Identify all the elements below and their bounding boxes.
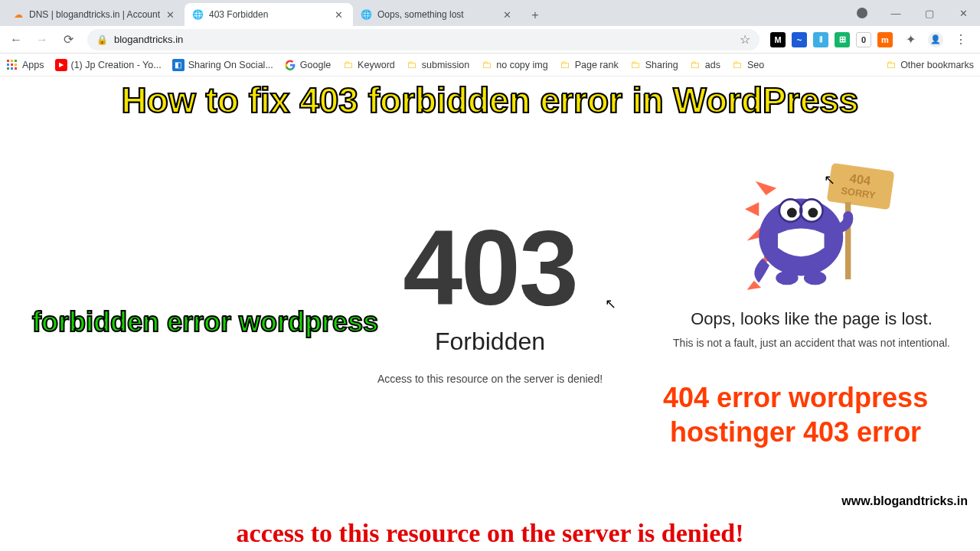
tab-title: DNS | blogandtricks.in | Account: [29, 9, 160, 20]
menu-icon[interactable]: ⋮: [949, 28, 972, 51]
close-icon[interactable]: ✕: [333, 8, 345, 21]
bookmark-item[interactable]: ◧Sharing On Social...: [172, 59, 273, 71]
close-icon[interactable]: ✕: [165, 8, 177, 21]
caption-url: www.blogandtricks.in: [841, 494, 968, 508]
caption-left: forbidden error wordpress: [32, 306, 378, 338]
extension-icon[interactable]: ~: [792, 32, 807, 47]
bookmark-label: Keyword: [358, 60, 395, 70]
bookmark-label: Apps: [22, 60, 44, 70]
svg-point-26: [808, 207, 818, 217]
folder-icon: 🗀: [341, 59, 354, 71]
bookmark-label: Page rank: [575, 60, 619, 70]
extension-icon[interactable]: ⊞: [835, 32, 850, 47]
google-icon: [284, 59, 296, 71]
bookmark-folder[interactable]: 🗀no copy img: [480, 59, 547, 71]
bookmarks-bar: Apps ▶(1) Jp Creation - Yo... ◧Sharing O…: [0, 54, 980, 77]
caption-right: 404 error wordpress hostinger 403 error: [663, 380, 928, 449]
folder-icon: 🗀: [689, 59, 701, 71]
tab-oops[interactable]: 🌐 Oops, something lost ✕: [353, 3, 521, 26]
svg-rect-4: [11, 64, 13, 66]
cursor-icon: ↖: [605, 295, 616, 312]
globe-icon: 🌐: [361, 8, 373, 21]
globe-icon: 🌐: [192, 8, 204, 21]
trello-icon: ◧: [172, 59, 185, 71]
url-text: blogandtricks.in: [114, 34, 183, 45]
bookmark-label: (1) Jp Creation - Yo...: [71, 60, 162, 70]
bookmark-label: Sharing: [645, 60, 678, 70]
tab-strip: ☁ DNS | blogandtricks.in | Account ✕ 🌐 4…: [0, 0, 980, 26]
bookmark-item[interactable]: ▶(1) Jp Creation - Yo...: [55, 59, 162, 71]
svg-point-28: [804, 271, 826, 285]
svg-rect-8: [15, 67, 17, 70]
svg-marker-13: [756, 181, 776, 195]
bookmark-label: Other bookmarks: [900, 60, 974, 70]
maximize-icon[interactable]: ▢: [913, 0, 946, 26]
folder-icon: 🗀: [884, 59, 897, 71]
svg-rect-2: [15, 60, 17, 62]
svg-point-27: [776, 271, 798, 285]
youtube-icon: ▶: [55, 59, 67, 71]
bookmark-folder[interactable]: 🗀Keyword: [341, 59, 395, 71]
svg-rect-1: [11, 60, 13, 62]
extension-icon[interactable]: 0: [856, 32, 871, 47]
extension-icon[interactable]: M: [770, 32, 786, 47]
monster-illustration: 404 SORRY: [727, 153, 896, 298]
lock-icon: 🔒: [96, 34, 108, 45]
tab-403[interactable]: 🌐 403 Forbidden ✕: [185, 3, 353, 26]
forward-button[interactable]: →: [31, 28, 54, 51]
bookmark-label: Sharing On Social...: [188, 60, 273, 70]
bookmark-folder[interactable]: 🗀submission: [406, 59, 470, 71]
caption-title: How to fix 403 forbidden error in WordPr…: [0, 80, 980, 121]
bookmark-folder[interactable]: 🗀ads: [689, 59, 720, 71]
cursor-icon: ↖: [824, 171, 835, 188]
folder-icon: 🗀: [559, 59, 571, 71]
close-icon[interactable]: ✕: [501, 8, 514, 21]
address-bar[interactable]: 🔒 blogandtricks.in ☆: [87, 29, 760, 51]
tab-dns[interactable]: ☁ DNS | blogandtricks.in | Account ✕: [5, 3, 185, 26]
tab-title: 403 Forbidden: [209, 9, 268, 20]
account-icon[interactable]: [845, 0, 879, 26]
error-403-block: 403 Forbidden Access to this resource on…: [329, 214, 651, 385]
svg-point-25: [787, 207, 797, 217]
bookmark-label: submission: [422, 60, 470, 70]
svg-marker-15: [747, 227, 761, 240]
browser-toolbar: ← → ⟳ 🔒 blogandtricks.in ☆ M ~ ⦀ ⊞ 0 m ✦…: [0, 26, 980, 54]
bookmark-label: ads: [705, 60, 720, 70]
new-tab-button[interactable]: +: [524, 5, 546, 26]
cloudflare-icon: ☁: [12, 8, 24, 21]
profile-avatar[interactable]: 👤: [928, 32, 943, 47]
caption-right-1: 404 error wordpress: [663, 382, 928, 413]
extension-icon[interactable]: m: [877, 32, 893, 47]
bookmark-label: no copy img: [496, 60, 547, 70]
bookmark-folder[interactable]: 🗀Seo: [731, 59, 764, 71]
bookmark-label: Google: [300, 60, 331, 70]
other-bookmarks[interactable]: 🗀Other bookmarks: [884, 59, 974, 71]
error-message: Access to this resource on the server is…: [329, 373, 651, 385]
svg-marker-14: [745, 202, 759, 216]
bookmark-folder[interactable]: 🗀Page rank: [559, 59, 619, 71]
folder-icon: 🗀: [629, 59, 642, 71]
folder-icon: 🗀: [406, 59, 418, 71]
extension-icon[interactable]: ⦀: [813, 32, 828, 47]
svg-rect-0: [7, 60, 9, 62]
reload-button[interactable]: ⟳: [57, 28, 80, 51]
apps-icon: [6, 59, 18, 71]
tab-title: Oops, something lost: [377, 9, 464, 20]
svg-rect-6: [7, 67, 9, 70]
caption-bottom: access to this resource on the server is…: [0, 519, 980, 548]
extensions-puzzle-icon[interactable]: ✦: [899, 28, 922, 51]
close-window-icon[interactable]: ✕: [946, 0, 980, 26]
minimize-icon[interactable]: —: [879, 0, 913, 26]
bookmark-item[interactable]: Google: [284, 59, 331, 71]
caption-right-2: hostinger 403 error: [670, 416, 921, 448]
folder-icon: 🗀: [480, 59, 492, 71]
oops-heading: Oops, looks like the page is lost.: [662, 309, 961, 329]
bookmark-star-icon[interactable]: ☆: [740, 32, 750, 47]
bookmark-folder[interactable]: 🗀Sharing: [629, 59, 678, 71]
window-controls: — ▢ ✕: [845, 0, 980, 26]
back-button[interactable]: ←: [5, 28, 28, 51]
folder-icon: 🗀: [731, 59, 743, 71]
svg-rect-5: [15, 64, 17, 66]
apps-button[interactable]: Apps: [6, 59, 44, 71]
bookmark-label: Seo: [747, 60, 764, 70]
